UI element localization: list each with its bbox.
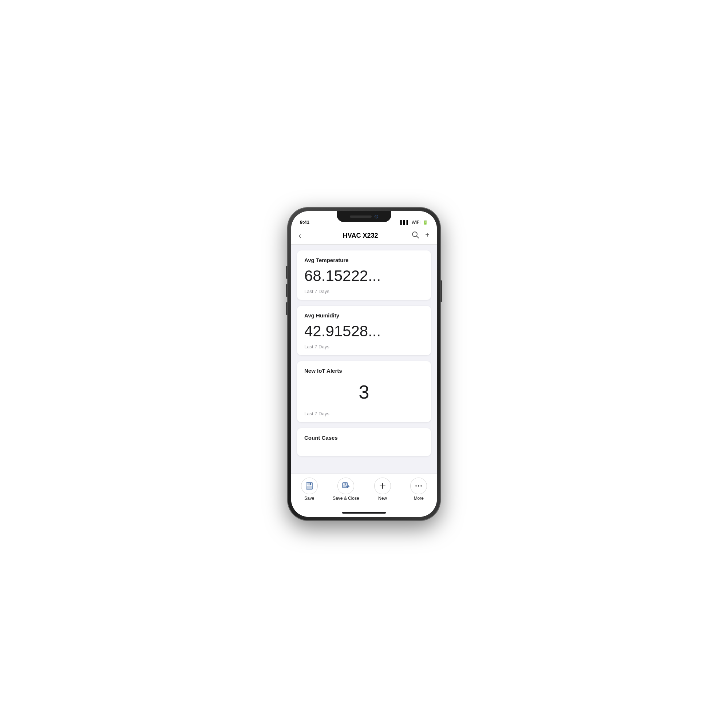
nav-actions: +	[411, 231, 430, 241]
svg-point-17	[421, 485, 422, 487]
more-label: More	[414, 496, 424, 501]
new-icon	[378, 482, 387, 490]
home-indicator	[291, 508, 437, 517]
new-iot-alerts-value: 3	[304, 378, 424, 406]
svg-point-15	[415, 485, 417, 487]
save-toolbar-item[interactable]: Save	[297, 477, 322, 501]
save-close-toolbar-item[interactable]: Save & Close	[333, 477, 359, 501]
wifi-icon: WiFi	[412, 220, 421, 225]
avg-humidity-label: Avg Humidity	[304, 312, 424, 318]
content-area: Avg Temperature 68.15222... Last 7 Days …	[291, 245, 437, 474]
svg-point-16	[418, 485, 419, 487]
avg-temperature-card[interactable]: Avg Temperature 68.15222... Last 7 Days	[297, 251, 431, 300]
save-icon	[305, 482, 314, 490]
save-label: Save	[304, 496, 314, 501]
page-title: HVAC X232	[343, 232, 378, 240]
back-button[interactable]: ‹	[298, 231, 309, 241]
phone-screen: 9:41 ▌▌▌ WiFi 🔋 ‹ HVAC X232 +	[291, 211, 437, 517]
add-icon[interactable]: +	[425, 231, 430, 241]
svg-rect-4	[307, 486, 312, 489]
new-iot-alerts-label: New IoT Alerts	[304, 368, 424, 374]
svg-line-1	[417, 236, 419, 239]
signal-icon: ▌▌▌	[400, 220, 410, 225]
avg-humidity-value: 42.91528...	[304, 323, 424, 340]
count-cases-label: Count Cases	[304, 434, 424, 441]
save-close-icon	[341, 482, 350, 490]
home-bar	[342, 512, 386, 514]
speaker	[350, 216, 372, 218]
more-toolbar-item[interactable]: More	[406, 477, 431, 501]
new-toolbar-item[interactable]: New	[370, 477, 395, 501]
svg-rect-9	[346, 483, 346, 485]
camera	[375, 215, 378, 219]
status-icons: ▌▌▌ WiFi 🔋	[400, 220, 428, 225]
svg-rect-5	[310, 483, 311, 485]
more-icon	[414, 482, 423, 490]
notch	[337, 211, 391, 222]
phone-frame: 9:41 ▌▌▌ WiFi 🔋 ‹ HVAC X232 +	[288, 208, 440, 520]
svg-rect-7	[344, 483, 347, 485]
save-close-label: Save & Close	[333, 496, 359, 501]
new-icon-circle	[374, 477, 391, 494]
search-icon[interactable]	[411, 231, 419, 241]
save-icon-circle	[301, 477, 318, 494]
avg-temperature-value: 68.15222...	[304, 268, 424, 284]
new-iot-alerts-period: Last 7 Days	[304, 411, 424, 416]
avg-humidity-period: Last 7 Days	[304, 344, 424, 349]
status-time: 9:41	[300, 219, 309, 225]
avg-temperature-period: Last 7 Days	[304, 289, 424, 294]
count-cases-card[interactable]: Count Cases	[297, 428, 431, 456]
new-iot-alerts-card[interactable]: New IoT Alerts 3 Last 7 Days	[297, 361, 431, 422]
bottom-toolbar: Save Save & Close	[291, 474, 437, 508]
new-label: New	[378, 496, 387, 501]
nav-bar: ‹ HVAC X232 +	[291, 227, 437, 245]
battery-icon: 🔋	[423, 220, 428, 225]
avg-temperature-label: Avg Temperature	[304, 257, 424, 263]
avg-humidity-card[interactable]: Avg Humidity 42.91528... Last 7 Days	[297, 306, 431, 355]
more-icon-circle	[410, 477, 427, 494]
save-close-icon-circle	[337, 477, 354, 494]
